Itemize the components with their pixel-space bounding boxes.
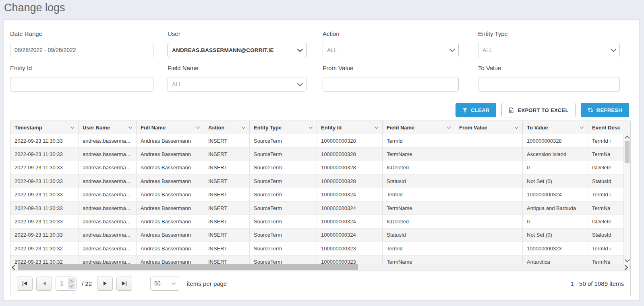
table-cell: SourceTerm	[250, 188, 317, 201]
table-cell: TermId i	[588, 134, 624, 147]
refresh-button[interactable]: REFRESH	[581, 103, 629, 117]
chevron-down-icon[interactable]	[515, 125, 519, 129]
column-header-timestamp[interactable]: Timestamp	[10, 121, 79, 134]
field-name-select[interactable]: ALL	[168, 77, 306, 92]
table-cell: SourceTerm	[250, 242, 317, 255]
table-cell: TermName	[383, 256, 455, 264]
chevron-down-icon[interactable]	[447, 125, 451, 129]
table-cell: INSERT	[204, 161, 250, 174]
field-name-label: Field Name	[168, 65, 306, 73]
column-header-label: Action	[208, 125, 224, 131]
export-to-excel-button[interactable]: x EXPORT TO EXCEL	[501, 103, 575, 117]
from-value-input[interactable]	[323, 77, 459, 92]
table-cell: 100000000328	[523, 134, 588, 147]
table-cell: SourceTerm	[250, 202, 317, 214]
table-row[interactable]: 2022-09-23 11:30:33andreas.basserma...An…	[10, 134, 624, 148]
first-page-button[interactable]	[17, 277, 33, 291]
chevron-down-icon[interactable]	[309, 125, 313, 129]
column-header-full-name[interactable]: Full Name	[137, 121, 204, 134]
column-header-to-value[interactable]: To Value	[523, 121, 588, 134]
chevron-down-icon[interactable]	[242, 125, 246, 129]
filter-entity-type: Entity Type ALL	[478, 30, 620, 57]
column-header-label: Timestamp	[14, 125, 42, 131]
table-cell: 2022-09-23 11:30:33	[10, 134, 79, 147]
horizontal-scrollbar-thumb[interactable]	[18, 264, 358, 270]
vertical-scrollbar[interactable]	[623, 134, 630, 264]
date-range-input[interactable]	[10, 43, 153, 57]
table-row[interactable]: 2022-09-23 11:30:33andreas.basserma...An…	[10, 229, 624, 242]
refresh-button-label: REFRESH	[596, 107, 622, 113]
chevron-down-icon[interactable]	[196, 125, 200, 129]
table-cell: 2022-09-23 11:30:32	[10, 256, 79, 264]
table-row[interactable]: 2022-09-23 11:30:33andreas.basserma...An…	[10, 148, 624, 161]
table-cell: TermId	[383, 242, 455, 255]
change-logs-grid: TimestampUser NameFull NameActionEntity …	[10, 121, 631, 296]
column-header-label: Field Name	[387, 125, 414, 131]
table-cell: INSERT	[204, 188, 250, 201]
table-cell: 100000000324	[317, 215, 383, 228]
clear-button[interactable]: CLEAR	[456, 103, 496, 117]
scroll-right-icon[interactable]	[623, 265, 628, 270]
chevron-down-icon[interactable]	[580, 125, 584, 129]
page-size-select[interactable]: 50	[150, 277, 179, 291]
action-select[interactable]: ALL	[323, 43, 459, 57]
previous-page-button[interactable]	[36, 277, 52, 291]
next-page-button[interactable]	[97, 277, 113, 291]
chevron-down-icon	[172, 281, 176, 285]
table-cell: TermId i	[588, 242, 624, 255]
column-header-entity-type[interactable]: Entity Type	[250, 121, 317, 134]
table-row[interactable]: 2022-09-23 11:30:33andreas.basserma...An…	[10, 188, 624, 202]
change-logs-page: Change logs Date Range User ANDREAS.BASS…	[0, 0, 644, 306]
to-value-input[interactable]	[478, 77, 620, 92]
table-row[interactable]: 2022-09-23 11:30:32andreas.basserma...An…	[10, 256, 624, 264]
page-number-input[interactable]: 1	[56, 277, 77, 291]
table-cell: 100000000324	[523, 188, 588, 201]
table-cell: INSERT	[204, 215, 250, 228]
chevron-down-icon[interactable]	[128, 125, 133, 129]
column-header-event-desc[interactable]: Event Desc	[588, 121, 630, 134]
table-cell: 100000000324	[317, 188, 383, 201]
scroll-left-icon[interactable]	[12, 265, 17, 270]
table-cell: SourceTerm	[250, 161, 317, 174]
table-cell: 0	[523, 215, 588, 228]
table-cell: StatusId	[588, 175, 624, 187]
user-select[interactable]: ANDREAS.BASSERMANN@CORRIT.IE	[168, 43, 306, 57]
pager-controls: 1 / 22 50	[17, 271, 227, 296]
column-header-field-name[interactable]: Field Name	[383, 121, 455, 134]
table-cell: 100000000323	[317, 256, 383, 264]
scroll-down-icon[interactable]	[625, 257, 630, 262]
table-cell: 2022-09-23 11:30:32	[10, 242, 79, 255]
table-row[interactable]: 2022-09-23 11:30:33andreas.basserma...An…	[10, 161, 624, 175]
table-row[interactable]: 2022-09-23 11:30:33andreas.basserma...An…	[10, 175, 624, 188]
table-row[interactable]: 2022-09-23 11:30:33andreas.basserma...An…	[10, 202, 624, 215]
table-cell: TermId	[383, 134, 455, 147]
chevron-down-icon[interactable]	[70, 125, 75, 129]
table-cell: SourceTerm	[250, 134, 317, 147]
table-cell: andreas.basserma...	[79, 188, 137, 201]
pager: 1 / 22 50	[10, 271, 630, 296]
column-header-entity-id[interactable]: Entity Id	[317, 121, 383, 134]
table-cell: andreas.basserma...	[79, 256, 137, 264]
table-cell: 100000000323	[317, 242, 383, 255]
column-header-user-name[interactable]: User Name	[79, 121, 137, 134]
table-row[interactable]: 2022-09-23 11:30:33andreas.basserma...An…	[10, 215, 624, 228]
table-cell: andreas.basserma...	[79, 175, 137, 187]
chevron-down-icon[interactable]	[375, 125, 379, 129]
table-cell: 100000000324	[317, 229, 383, 241]
column-header-from-value[interactable]: From Value	[455, 121, 523, 134]
prev-page-icon	[43, 281, 46, 285]
scroll-up-icon[interactable]	[625, 135, 630, 141]
excel-file-icon: x	[508, 107, 514, 113]
to-value-label: To Value	[478, 65, 620, 73]
entity-type-select[interactable]: ALL	[478, 43, 620, 57]
table-cell: TermNa	[588, 202, 624, 214]
entity-id-input[interactable]	[10, 77, 153, 92]
table-row[interactable]: 2022-09-23 11:30:32andreas.basserma...An…	[10, 242, 624, 255]
last-page-button[interactable]	[116, 277, 132, 291]
vertical-scrollbar-thumb[interactable]	[625, 141, 630, 163]
table-cell: 2022-09-23 11:30:33	[10, 215, 79, 228]
page-number-spinner[interactable]	[68, 278, 75, 289]
column-header-action[interactable]: Action	[204, 121, 250, 134]
horizontal-scrollbar[interactable]	[10, 264, 630, 271]
filter-date-range: Date Range	[10, 30, 153, 57]
